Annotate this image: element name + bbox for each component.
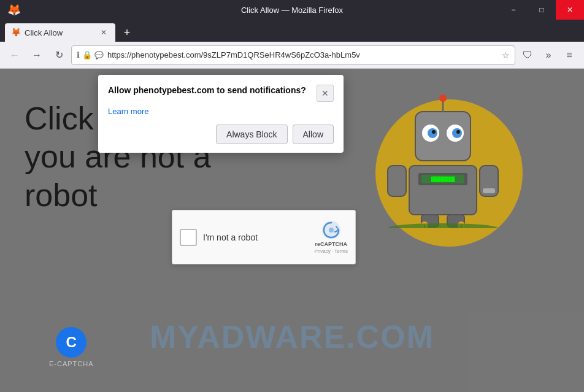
recaptcha-logo-area: reCAPTCHA Privacy · Terms (314, 220, 348, 254)
svg-point-8 (439, 94, 447, 102)
notification-popup: Allow phenotypebest.com to send notifica… (98, 75, 344, 153)
firefox-logo: 🦊 (7, 3, 21, 17)
recaptcha-logo-icon (321, 220, 341, 240)
active-tab[interactable]: 🦊 Click Allow ✕ (5, 23, 115, 42)
window-title: Click Allow — Mozilla Firefox (241, 6, 343, 15)
menu-button[interactable]: ≡ (559, 45, 579, 65)
ecaptcha-icon: C (56, 327, 86, 358)
recaptcha-widget: I'm not a robot reCAPTCHA Privacy · Term… (172, 210, 356, 264)
minimize-button[interactable]: − (499, 0, 528, 20)
new-tab-button[interactable]: + (118, 23, 136, 42)
tab-bar: 🦊 Click Allow ✕ + (0, 20, 584, 42)
svg-point-22 (388, 223, 498, 228)
extensions-button[interactable]: » (539, 45, 558, 65)
forward-button[interactable]: → (27, 45, 47, 65)
tab-favicon: 🦊 (11, 28, 21, 37)
svg-rect-15 (483, 188, 495, 193)
close-button[interactable]: ✕ (556, 0, 584, 20)
notification-permission-icon: 💬 (94, 51, 104, 60)
title-bar: 🦊 Click Allow — Mozilla Firefox − □ ✕ (0, 0, 584, 20)
tab-label: Click Allow (25, 28, 63, 37)
svg-point-6 (456, 130, 460, 134)
popup-close-button[interactable]: ✕ (317, 85, 334, 102)
allow-button[interactable]: Allow (293, 125, 334, 144)
svg-point-5 (432, 130, 436, 134)
popup-title: Allow phenotypebest.com to send notifica… (108, 85, 312, 97)
recaptcha-checkbox[interactable] (180, 229, 197, 246)
always-block-button[interactable]: Always Block (216, 125, 287, 144)
shield-button[interactable]: 🛡 (518, 45, 537, 65)
connection-info-icon[interactable]: ℹ (77, 50, 80, 60)
page-content: MYADWARE.COM ▓▓▓▓▓▓▓▓ (0, 69, 584, 392)
reload-button[interactable]: ↻ (49, 45, 69, 65)
ecaptcha-label: E-CAPTCHA (49, 360, 94, 367)
svg-rect-13 (388, 166, 406, 196)
back-button[interactable]: ← (5, 45, 25, 65)
heading-line3: robot (25, 177, 98, 213)
recaptcha-label: I'm not a robot (203, 233, 308, 242)
recaptcha-privacy-links: Privacy · Terms (314, 248, 348, 254)
tab-close-button[interactable]: ✕ (98, 27, 109, 38)
svg-point-24 (329, 228, 334, 233)
ecaptcha-logo: C E-CAPTCHA (49, 327, 94, 367)
svg-text:▓▓▓▓▓▓▓▓: ▓▓▓▓▓▓▓▓ (431, 176, 455, 182)
address-bar[interactable]: ℹ 🔒 💬 https://phenotypebest.com/9sZLP7mD… (71, 45, 515, 65)
lock-icon: 🔒 (82, 50, 92, 60)
recaptcha-brand-label: reCAPTCHA (315, 241, 347, 247)
robot-svg: ▓▓▓▓▓▓▓▓ (382, 93, 504, 228)
maximize-button[interactable]: □ (528, 0, 556, 20)
robot-illustration: ▓▓▓▓▓▓▓▓ (363, 87, 535, 259)
url-text: https://phenotypebest.com/9sZLP7mD1QRSeH… (107, 50, 498, 60)
toolbar: ← → ↻ ℹ 🔒 💬 https://phenotypebest.com/9s… (0, 42, 584, 69)
bookmark-icon[interactable]: ☆ (502, 50, 510, 60)
learn-more-link[interactable]: Learn more (108, 107, 334, 116)
popup-buttons: Always Block Allow (108, 125, 334, 144)
